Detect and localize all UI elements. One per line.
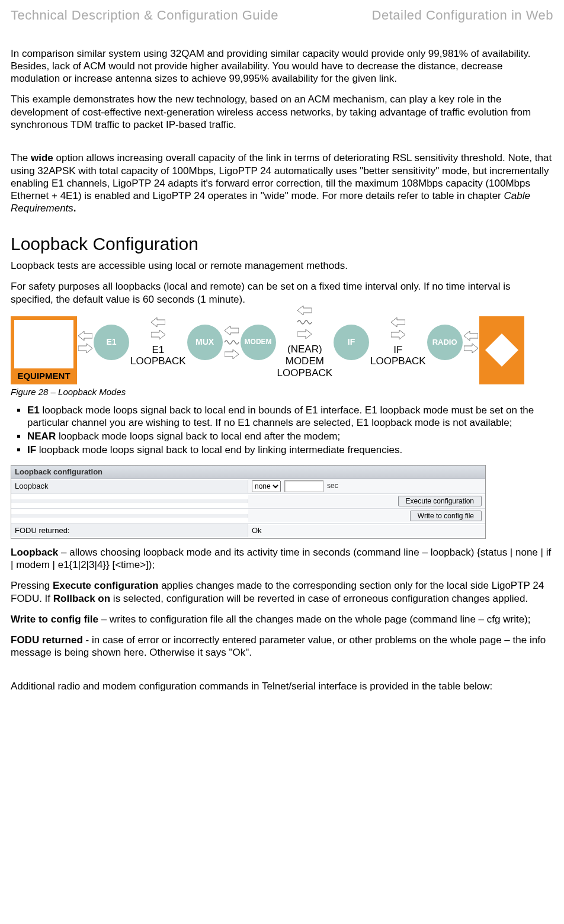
after-p4-b: FODU returned bbox=[11, 634, 83, 646]
lb3-t1: IF bbox=[393, 344, 402, 355]
near-modem-loopback-label: (NEAR) MODEM LOOPBACK bbox=[277, 344, 333, 378]
after-p1-b: Loopback bbox=[11, 547, 58, 558]
circle-modem: MODEM bbox=[241, 325, 276, 360]
node-modem: MODEM bbox=[241, 316, 276, 360]
lb2-t3: LOOPBACK bbox=[277, 367, 333, 378]
if-loopback-label: IF LOOPBACK bbox=[370, 344, 426, 367]
wide-post: option allows increasing overall capacit… bbox=[11, 152, 552, 201]
page-header: Technical Description & Configuration Gu… bbox=[11, 7, 553, 24]
execute-configuration-button[interactable]: Execute configuration bbox=[398, 496, 482, 506]
arrow-right-icon bbox=[78, 344, 92, 353]
panel-row-exec: Execute configuration bbox=[11, 494, 485, 509]
wide-pre: The bbox=[11, 152, 31, 163]
arrow-left-icon bbox=[297, 306, 312, 315]
loopback-p1: Loopback tests are accessible using loca… bbox=[11, 259, 553, 272]
equipment-label: EQUIPMENT bbox=[17, 371, 70, 382]
panel-empty-left-1 bbox=[11, 499, 248, 503]
circle-radio: RADIO bbox=[427, 325, 463, 360]
after-p2: Pressing Execute configuration applies c… bbox=[11, 579, 553, 605]
svg-marker-13 bbox=[464, 331, 478, 341]
bullet-near: NEAR loopback mode loops signal back to … bbox=[27, 430, 553, 442]
lb1-t1: E1 bbox=[152, 344, 164, 355]
svg-marker-14 bbox=[464, 344, 478, 353]
loopback-select[interactable]: none bbox=[252, 480, 281, 492]
after-p3: Write to config file – writes to configu… bbox=[11, 613, 553, 625]
panel-empty-left-2 bbox=[11, 514, 248, 518]
b1-bold: E1 bbox=[27, 405, 40, 416]
svg-marker-7 bbox=[297, 306, 312, 315]
arrow-left-icon bbox=[391, 317, 405, 327]
write-to-config-file-button[interactable]: Write to config file bbox=[410, 511, 482, 521]
loopback-p2: For safety purposes all loopbacks (local… bbox=[11, 280, 553, 306]
arrow-right-icon bbox=[464, 344, 478, 353]
squiggle-icon bbox=[297, 318, 312, 326]
panel-title: Loopback configuration bbox=[11, 466, 485, 479]
circle-if: IF bbox=[334, 325, 369, 360]
b2-text: loopback mode loops signal back to local… bbox=[56, 431, 340, 442]
svg-marker-0 bbox=[78, 331, 92, 341]
arrow-left-icon bbox=[151, 317, 165, 327]
antenna-diamond-icon bbox=[484, 332, 520, 368]
lb3-t2: LOOPBACK bbox=[370, 355, 426, 367]
wide-bold: wide bbox=[31, 152, 53, 163]
e1-loopback-label: E1 LOOPBACK bbox=[130, 344, 186, 367]
b2-bold: NEAR bbox=[27, 431, 56, 442]
node-mux: MUX bbox=[187, 316, 223, 360]
loopback-config-panel: Loopback configuration Loopback none sec… bbox=[11, 465, 486, 539]
equipment-white-square bbox=[14, 320, 73, 368]
after-p4-t: - in case of error or incorrectly entere… bbox=[11, 634, 546, 658]
svg-marker-6 bbox=[225, 349, 239, 359]
node-if: IF bbox=[334, 316, 369, 360]
after-p2-d: is selected, configuration will be rever… bbox=[110, 593, 528, 604]
arrows-radio-antenna bbox=[464, 319, 478, 366]
panel-row-fodu: FODU returned: Ok bbox=[11, 524, 485, 538]
svg-marker-3 bbox=[151, 330, 165, 339]
panel-loopback-label: Loopback bbox=[11, 480, 248, 493]
svg-marker-15 bbox=[485, 333, 518, 367]
fodu-returned-value: Ok bbox=[248, 525, 485, 537]
node-radio: RADIO bbox=[427, 316, 463, 360]
lb2-t2: MODEM bbox=[286, 355, 324, 367]
b3-text: loopback mode loops signal back to local… bbox=[36, 444, 402, 455]
figure-caption: Figure 28 – Loopback Modes bbox=[11, 387, 553, 398]
equipment-box: EQUIPMENT bbox=[11, 316, 77, 384]
intro-paragraph-2: This example demonstrates how the new te… bbox=[11, 93, 553, 131]
header-right: Detailed Configuration in Web bbox=[372, 7, 553, 24]
loopback-time-input[interactable] bbox=[284, 480, 323, 492]
bullet-if: IF loopback mode loops signal back to lo… bbox=[27, 444, 553, 456]
b1-text: loopback mode loops signal back to local… bbox=[27, 405, 534, 428]
arrow-right-icon bbox=[391, 330, 405, 339]
wide-end: . bbox=[73, 203, 76, 214]
antenna-box bbox=[479, 316, 524, 384]
after-p2-b1: Execute configuration bbox=[53, 580, 159, 591]
loopback-heading: Loopback Configuration bbox=[11, 233, 553, 255]
b3-bold: IF bbox=[27, 444, 36, 455]
loopback-bullets: E1 loopback mode loops signal back to lo… bbox=[11, 404, 553, 457]
fodu-returned-label: FODU returned: bbox=[11, 524, 248, 537]
arrows-equipment-e1 bbox=[78, 319, 92, 366]
sec-label: sec bbox=[327, 482, 338, 490]
arrows-e1-mux: E1 LOOPBACK bbox=[130, 319, 186, 366]
bullet-e1: E1 loopback mode loops signal back to lo… bbox=[27, 404, 553, 429]
arrow-right-icon bbox=[297, 329, 312, 339]
svg-marker-1 bbox=[78, 344, 92, 353]
loopback-diagram: EQUIPMENT E1 E1 LOOPBACK MUX bbox=[11, 316, 553, 384]
arrows-mux-modem bbox=[224, 319, 239, 366]
after-p2-a: Pressing bbox=[11, 580, 53, 591]
arrow-left-icon bbox=[78, 331, 92, 341]
arrow-right-icon bbox=[151, 330, 165, 339]
after-p5: Additional radio and modem configuration… bbox=[11, 680, 553, 692]
header-left: Technical Description & Configuration Gu… bbox=[11, 7, 278, 24]
after-p4: FODU returned - in case of error or inco… bbox=[11, 634, 553, 659]
arrow-right-icon bbox=[225, 349, 239, 359]
svg-marker-5 bbox=[225, 326, 239, 335]
wide-paragraph: The wide option allows increasing overal… bbox=[11, 152, 553, 214]
arrow-left-icon bbox=[225, 326, 239, 335]
arrows-if-radio: IF LOOPBACK bbox=[370, 319, 426, 366]
lb1-t2: LOOPBACK bbox=[130, 355, 186, 367]
svg-marker-10 bbox=[391, 317, 405, 327]
after-p1-t: – allows choosing loopback mode and its … bbox=[11, 547, 551, 570]
after-p3-t: – writes to configuration file all the c… bbox=[98, 614, 531, 625]
intro-paragraph-1: In comparison similar system using 32QAM… bbox=[11, 47, 553, 85]
circle-e1: E1 bbox=[94, 325, 129, 360]
